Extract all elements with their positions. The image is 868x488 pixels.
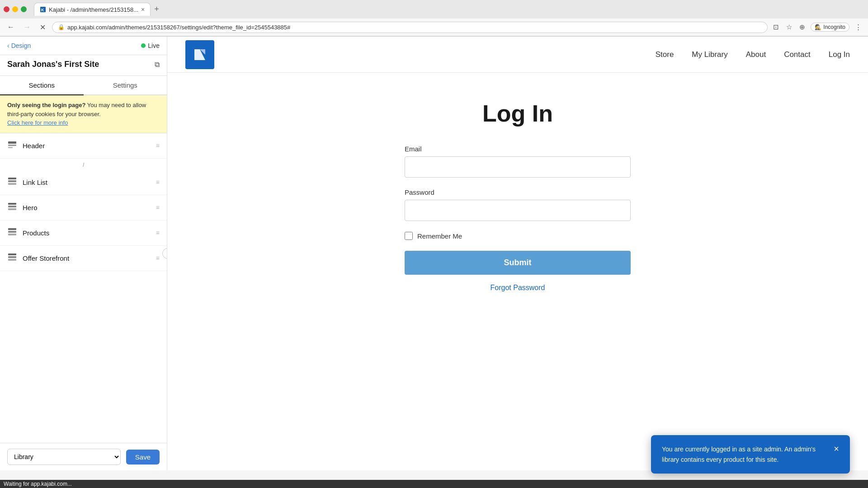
sidebar-tabs: Sections Settings <box>0 76 167 95</box>
active-tab[interactable]: K Kajabi - /admin/themes/2153158... × <box>34 3 151 16</box>
svg-rect-16 <box>8 259 16 261</box>
svg-rect-5 <box>8 178 16 179</box>
svg-rect-7 <box>8 183 16 185</box>
password-input[interactable] <box>405 200 631 221</box>
remember-checkbox[interactable] <box>405 232 413 240</box>
back-btn[interactable]: ← <box>5 22 17 32</box>
cursor-indicator: I <box>83 161 85 168</box>
live-dot <box>141 43 146 48</box>
email-label: Email <box>405 145 631 153</box>
back-label: Design <box>11 42 31 49</box>
email-input[interactable] <box>405 156 631 178</box>
address-bar[interactable]: 🔒 app.kajabi.com/admin/themes/2153158267… <box>52 22 768 33</box>
section-item-linklist[interactable]: Link List ≡ <box>0 170 167 195</box>
warning-link[interactable]: Click here for more info <box>7 119 68 126</box>
svg-rect-3 <box>8 145 16 146</box>
profile-btn[interactable]: ⊕ <box>797 21 807 33</box>
sidebar: ‹ Design Live Sarah Jonas's First Site ⧉… <box>0 37 167 470</box>
forward-btn[interactable]: → <box>21 22 33 32</box>
screen-cast-btn[interactable]: ⊡ <box>771 21 781 33</box>
back-arrow-icon: ‹ <box>7 42 9 49</box>
tab-settings[interactable]: Settings <box>84 76 167 94</box>
svg-rect-4 <box>8 147 13 148</box>
maximize-window-btn[interactable] <box>21 6 27 12</box>
save-button[interactable]: Save <box>126 450 160 465</box>
section-item-products[interactable]: Products ≡ <box>0 221 167 246</box>
password-group: Password <box>405 188 631 221</box>
drag-handle-products[interactable]: ≡ <box>156 229 160 236</box>
submit-btn[interactable]: Submit <box>405 251 631 275</box>
svg-rect-10 <box>8 208 16 210</box>
drag-handle-hero[interactable]: ≡ <box>156 204 160 211</box>
password-label: Password <box>405 188 631 196</box>
back-to-design-link[interactable]: ‹ Design <box>7 42 31 49</box>
section-item-offer-storefront[interactable]: Offer Storefront ≡ <box>0 246 167 271</box>
drag-handle-offer-storefront[interactable]: ≡ <box>156 254 160 262</box>
email-group: Email <box>405 145 631 178</box>
title-bar: K Kajabi - /admin/themes/2153158... × + <box>0 0 868 19</box>
incognito-badge: 🕵 Incognito <box>811 23 849 32</box>
collapse-icon: ‹ <box>167 250 167 257</box>
section-label-hero: Hero <box>23 204 151 211</box>
tab-title: Kajabi - /admin/themes/2153158... <box>49 6 138 13</box>
tab-close-btn[interactable]: × <box>141 6 145 13</box>
new-tab-btn[interactable]: + <box>151 3 163 16</box>
svg-rect-12 <box>8 231 16 233</box>
svg-rect-11 <box>8 228 16 230</box>
browser-chrome: K Kajabi - /admin/themes/2153158... × + … <box>0 0 868 37</box>
tab-sections[interactable]: Sections <box>0 76 84 95</box>
nav-links: Store My Library About Contact Log In <box>656 50 850 59</box>
tab-favicon: K <box>40 6 46 13</box>
drag-handle-linklist[interactable]: ≡ <box>156 178 160 186</box>
live-badge: Live <box>141 42 160 49</box>
login-container: Log In Email Password Remember Me Submit… <box>167 73 868 470</box>
toast-notification: You are currently logged in as a site ad… <box>651 435 850 470</box>
svg-rect-8 <box>8 203 16 205</box>
incognito-icon: 🕵 <box>815 24 821 30</box>
reload-btn[interactable]: ✕ <box>37 22 48 33</box>
svg-rect-9 <box>8 206 16 207</box>
external-link-btn[interactable]: ⧉ <box>155 61 160 69</box>
nav-contact[interactable]: Contact <box>784 50 811 59</box>
section-item-hero[interactable]: Hero ≡ <box>0 195 167 221</box>
library-select[interactable]: Library <box>7 449 121 465</box>
minimize-window-btn[interactable] <box>12 6 18 12</box>
bookmark-btn[interactable]: ☆ <box>784 21 794 33</box>
lock-icon: 🔒 <box>58 24 65 30</box>
drag-handle-header[interactable]: ≡ <box>156 142 160 149</box>
section-icon-products <box>7 227 17 239</box>
menu-btn[interactable]: ⋮ <box>853 21 863 33</box>
section-label-linklist: Link List <box>23 178 151 186</box>
window-controls[interactable] <box>4 6 27 12</box>
section-label-header: Header <box>23 142 151 150</box>
preview-nav: Store My Library About Contact Log In <box>167 37 868 73</box>
section-icon-header <box>7 140 17 152</box>
toast-text: You are currently logged in as a site ad… <box>662 444 826 465</box>
svg-rect-6 <box>8 180 16 182</box>
section-item-header[interactable]: Header ≡ <box>0 133 167 159</box>
login-title: Log In <box>482 100 553 127</box>
sidebar-header: ‹ Design Live <box>0 37 167 55</box>
svg-rect-13 <box>8 234 16 235</box>
section-label-products: Products <box>23 229 151 237</box>
sections-list: Header ≡ I Link List ≡ <box>0 133 167 443</box>
remember-row: Remember Me <box>405 232 631 240</box>
svg-rect-15 <box>8 256 16 258</box>
section-icon-hero <box>7 202 17 214</box>
svg-text:K: K <box>41 8 44 12</box>
incognito-label: Incognito <box>823 24 845 30</box>
toast-close-btn[interactable]: × <box>834 444 839 453</box>
close-window-btn[interactable] <box>4 6 9 12</box>
forgot-password-link[interactable]: Forgot Password <box>491 284 545 292</box>
nav-about[interactable]: About <box>746 50 766 59</box>
nav-my-library[interactable]: My Library <box>692 50 727 59</box>
nav-log-in[interactable]: Log In <box>829 50 850 59</box>
browser-tabs: K Kajabi - /admin/themes/2153158... × + <box>30 3 166 16</box>
app-layout: ‹ Design Live Sarah Jonas's First Site ⧉… <box>0 37 868 470</box>
main-content: Store My Library About Contact Log In Lo… <box>167 37 868 470</box>
warning-bold: Only seeing the login page? <box>7 102 85 108</box>
remember-label: Remember Me <box>417 232 462 240</box>
warning-banner: Only seeing the login page? You may need… <box>0 95 167 133</box>
nav-store[interactable]: Store <box>656 50 674 59</box>
site-title: Sarah Jonas's First Site <box>7 60 99 69</box>
